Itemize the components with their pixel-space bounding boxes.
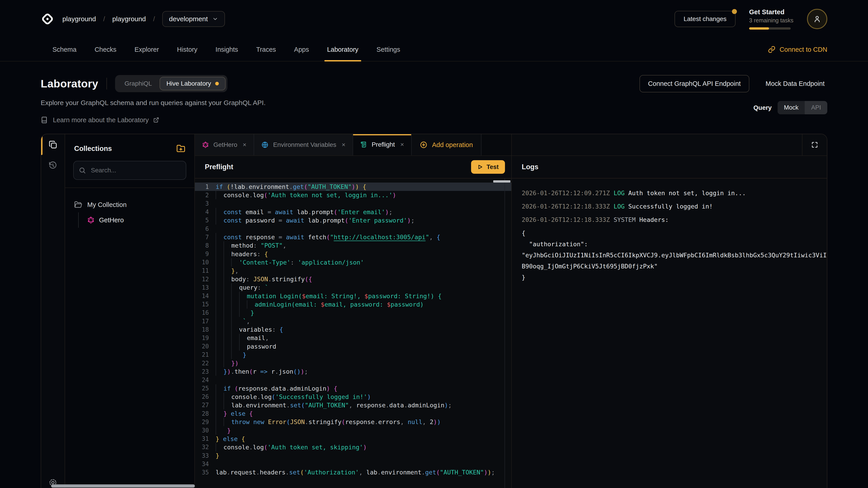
collections-rail-button[interactable] <box>41 134 65 155</box>
mode-option-graphiql[interactable]: GraphiQL <box>117 77 160 90</box>
code-line: 15adminLogin(email: $email, password: $p… <box>195 300 511 308</box>
breadcrumb-separator: / <box>153 15 155 23</box>
nav-tabs: SchemaChecksExplorerHistoryInsightsTrace… <box>43 38 409 61</box>
code-line: 3 <box>195 199 511 207</box>
test-button[interactable]: Test <box>471 160 505 174</box>
laboratory-mode-toggle: GraphiQL Hive Laboratory <box>115 75 227 92</box>
code-line: 1if (!lab.environment.get("AUTH_TOKEN"))… <box>195 183 511 191</box>
tab-label: Preflight <box>372 141 395 148</box>
line-number: 15 <box>195 301 216 308</box>
code-line: 28} else { <box>195 410 511 418</box>
line-number: 19 <box>195 335 216 341</box>
collection-folder-row[interactable]: My Collection <box>65 197 194 213</box>
external-link-icon <box>153 117 159 123</box>
editor-ruler <box>504 178 505 488</box>
nav-tab-checks[interactable]: Checks <box>86 38 125 61</box>
close-icon[interactable]: × <box>400 141 404 148</box>
line-number: 9 <box>195 251 216 257</box>
tab-environment-variables[interactable]: Environment Variables × <box>254 134 353 156</box>
main-nav: SchemaChecksExplorerHistoryInsightsTrace… <box>0 38 868 61</box>
line-number: 5 <box>195 217 216 224</box>
line-number: 16 <box>195 309 216 316</box>
graphql-icon <box>202 141 209 148</box>
line-number: 2 <box>195 192 216 199</box>
code-line: 23}).then(r => r.json()); <box>195 367 511 376</box>
log-raw-line: B90oqg_IjOmGtjP6CkiV5Jt695jBD0fjzPxk" <box>522 261 827 272</box>
mode-option-hive-laboratory[interactable]: Hive Laboratory <box>160 77 225 90</box>
add-operation-button[interactable]: Add operation <box>412 134 482 156</box>
code-line: 17 `, <box>195 317 511 325</box>
add-operation-label: Add operation <box>432 141 473 149</box>
endpoint-option-api[interactable]: API <box>805 101 827 114</box>
nav-tab-schema[interactable]: Schema <box>43 38 86 61</box>
collection-children: GetHero <box>78 213 194 228</box>
line-number: 26 <box>195 393 216 400</box>
line-number: 17 <box>195 318 216 325</box>
endpoint-option-mock[interactable]: Mock <box>778 101 805 114</box>
logs-topbar <box>512 134 827 156</box>
nav-tab-laboratory[interactable]: Laboratory <box>318 38 368 61</box>
code-line: 35lab.request.headers.set('Authorization… <box>195 468 511 477</box>
connect-to-cdn-link[interactable]: Connect to CDN <box>768 38 827 61</box>
line-number: 8 <box>195 242 216 249</box>
log-entry: 2026-01-26T12:12:18.333Z SYSTEM Headers: <box>522 214 827 225</box>
new-collection-button[interactable] <box>176 144 185 153</box>
operation-gethero-row[interactable]: GetHero <box>79 213 194 228</box>
close-icon[interactable]: × <box>342 141 345 149</box>
line-number: 24 <box>195 377 216 383</box>
operation-gethero-label: GetHero <box>99 217 124 224</box>
nav-tab-settings[interactable]: Settings <box>368 38 409 61</box>
laboratory-panel: Collections My Collection <box>41 134 827 488</box>
nav-tab-history[interactable]: History <box>168 38 206 61</box>
code-line: 2console.log('Auth token not set, loggin… <box>195 191 511 199</box>
collection-folder-label: My Collection <box>87 201 127 208</box>
connect-graphql-endpoint-button[interactable]: Connect GraphQL API Endpoint <box>640 75 749 92</box>
learn-more-link[interactable]: Learn more about the Laboratory <box>41 116 266 124</box>
editor-scrollbar-thumb[interactable] <box>493 180 510 183</box>
history-rail-button[interactable] <box>41 155 65 176</box>
logs-title: Logs <box>522 163 538 171</box>
get-started-title: Get Started <box>749 8 794 16</box>
search-input[interactable] <box>73 161 186 180</box>
line-number: 25 <box>195 385 216 392</box>
get-started-widget[interactable]: Get Started 3 remaining tasks <box>749 8 794 30</box>
log-entry: 2026-01-26T12:12:18.333Z LOG Successfull… <box>522 201 827 212</box>
page-horizontal-scrollbar[interactable] <box>51 484 195 488</box>
line-number: 10 <box>195 259 216 266</box>
hive-logo-icon[interactable] <box>40 11 55 27</box>
collections-title: Collections <box>74 144 112 153</box>
logs-body[interactable]: 2026-01-26T12:12:09.271Z LOG Auth token … <box>512 178 827 488</box>
tab-preflight[interactable]: Preflight × <box>353 134 412 156</box>
breadcrumb: playground / playground / development <box>40 11 225 27</box>
line-number: 31 <box>195 435 216 442</box>
nav-tab-insights[interactable]: Insights <box>206 38 247 61</box>
nav-tab-traces[interactable]: Traces <box>247 38 285 61</box>
preflight-code-editor[interactable]: 1if (!lab.environment.get("AUTH_TOKEN"))… <box>195 178 511 488</box>
user-avatar[interactable] <box>807 9 827 29</box>
target-selector[interactable]: development <box>162 11 225 27</box>
nav-tab-apps[interactable]: Apps <box>285 38 318 61</box>
fullscreen-button[interactable] <box>802 134 827 156</box>
latest-changes-button[interactable]: Latest changes <box>675 11 736 27</box>
line-number: 4 <box>195 208 216 215</box>
mock-data-endpoint-button[interactable]: Mock Data Endpoint <box>763 79 827 88</box>
line-number: 22 <box>195 360 216 367</box>
breadcrumb-org[interactable]: playground <box>62 15 96 23</box>
code-line: 33} <box>195 451 511 460</box>
line-number: 23 <box>195 368 216 375</box>
code-line: 19email, <box>195 334 511 342</box>
line-number: 29 <box>195 419 216 425</box>
tab-gethero[interactable]: GetHero × <box>195 134 254 156</box>
breadcrumb-project[interactable]: playground <box>112 15 146 23</box>
person-icon <box>813 15 822 23</box>
nav-tab-explorer[interactable]: Explorer <box>125 38 168 61</box>
code-line: 29throw new Error(JSON.stringify(respons… <box>195 418 511 426</box>
line-number: 30 <box>195 427 216 434</box>
tabbar-filler <box>482 134 511 156</box>
code-line: 16 } <box>195 308 511 317</box>
preflight-header: Preflight Test <box>195 156 511 178</box>
code-line: 12body: JSON.stringify({ <box>195 275 511 283</box>
fullscreen-icon <box>811 141 818 149</box>
close-icon[interactable]: × <box>243 141 246 149</box>
line-number: 34 <box>195 461 216 467</box>
